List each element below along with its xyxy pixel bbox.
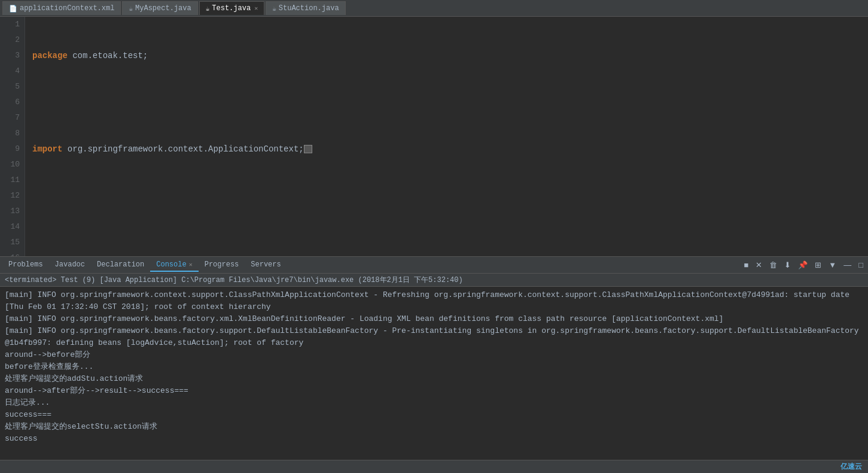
console-line: before登录检查服务... xyxy=(5,361,863,373)
code-line-5 xyxy=(32,235,868,250)
console-close-icon[interactable]: ✕ xyxy=(189,261,193,268)
tab-problems[interactable]: Problems xyxy=(2,259,49,272)
tab-bar: 📄 applicationContext.xml ☕ MyAspect.java… xyxy=(0,0,868,17)
console-line: 日志记录... xyxy=(5,397,863,409)
tab-console[interactable]: Console ✕ xyxy=(150,259,198,272)
tab-servers[interactable]: Servers xyxy=(245,259,287,272)
java-icon-2: ☕ xyxy=(206,5,210,13)
console-output[interactable]: [main] INFO org.springframework.context.… xyxy=(0,287,868,460)
tab-progress[interactable]: Progress xyxy=(199,259,245,272)
tab-test[interactable]: ☕ Test.java ✕ xyxy=(199,1,264,15)
maximize-button[interactable]: □ xyxy=(856,259,866,271)
console-line: success=== xyxy=(5,409,863,421)
tab-myaspect[interactable]: ☕ MyAspect.java xyxy=(122,1,197,15)
code-line-4 xyxy=(32,188,868,204)
minimize-button[interactable]: — xyxy=(841,259,854,271)
tab-appcontext[interactable]: 📄 applicationContext.xml xyxy=(2,1,121,15)
line-numbers: 1 2 3 4 5 6 7 8 9 10 11 12 13 14 15 16 1… xyxy=(0,17,25,256)
new-console-button[interactable]: ⊞ xyxy=(812,259,824,271)
java-icon-3: ☕ xyxy=(272,5,276,13)
tab-declaration[interactable]: Declaration xyxy=(91,259,150,272)
console-line: around-->after部分-->result-->success=== xyxy=(5,385,863,397)
code-line-2 xyxy=(32,95,868,110)
code-line-1: package com.etoak.test; xyxy=(32,48,868,63)
scroll-lock-button[interactable]: ⬇ xyxy=(782,259,793,271)
console-header: <terminated> Test (9) [Java Application]… xyxy=(0,274,868,287)
console-line: [main] INFO org.springframework.beans.fa… xyxy=(5,313,863,325)
panel-tab-bar: Problems Javadoc Declaration Console ✕ P… xyxy=(0,257,868,274)
console-line: 处理客户端提交的selectStu.action请求 xyxy=(5,421,863,433)
java-icon: ☕ xyxy=(129,5,133,13)
tab-javadoc[interactable]: Javadoc xyxy=(49,259,91,272)
terminate-button[interactable]: ✕ xyxy=(753,259,765,271)
console-line: 处理客户端提交的addStu.action请求 xyxy=(5,373,863,385)
editor-area: 1 2 3 4 5 6 7 8 9 10 11 12 13 14 15 16 1… xyxy=(0,17,868,256)
console-line: [main] INFO org.springframework.context.… xyxy=(5,289,863,313)
clear-button[interactable]: 🗑 xyxy=(767,259,779,271)
panel-toolbar: ■ ✕ 🗑 ⬇ 📌 ⊞ ▼ — □ xyxy=(741,259,866,271)
code-content: package com.etoak.test; import org.sprin… xyxy=(25,17,868,256)
view-menu-button[interactable]: ▼ xyxy=(826,259,839,271)
xml-icon: 📄 xyxy=(9,5,17,13)
console-line: [main] INFO org.springframework.beans.fa… xyxy=(5,325,863,349)
status-bar: 亿速云 xyxy=(0,460,868,473)
code-line-3: import org.springframework.context.Appli… xyxy=(32,141,868,157)
close-tab-icon[interactable]: ✕ xyxy=(254,5,258,12)
console-line: around-->before部分 xyxy=(5,349,863,361)
console-line: success xyxy=(5,433,863,445)
tab-stuaction[interactable]: ☕ StuAction.java xyxy=(266,1,345,15)
stop-button[interactable]: ■ xyxy=(741,259,751,271)
bottom-panel: Problems Javadoc Declaration Console ✕ P… xyxy=(0,256,868,460)
brand-logo: 亿速云 xyxy=(840,462,862,472)
code-container: 1 2 3 4 5 6 7 8 9 10 11 12 13 14 15 16 1… xyxy=(0,17,868,256)
pin-button[interactable]: 📌 xyxy=(796,259,810,271)
